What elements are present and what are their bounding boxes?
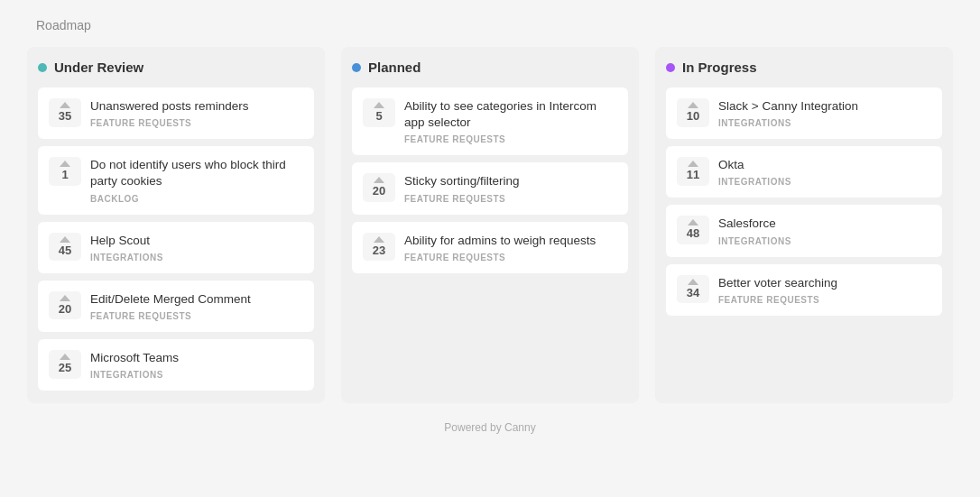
vote-box-under-review-0[interactable]: 35 (49, 98, 81, 127)
upvote-arrow-in-progress-0[interactable] (688, 102, 698, 108)
column-title-in-progress: In Progress (682, 60, 757, 75)
card-in-progress-0[interactable]: 10Slack > Canny IntegrationINTEGRATIONS (666, 87, 942, 139)
card-tag-under-review-2: INTEGRATIONS (90, 253, 303, 262)
status-dot-in-progress (666, 63, 675, 72)
vote-count-under-review-4: 25 (59, 361, 71, 375)
card-title-under-review-4: Microsoft Teams (90, 350, 303, 366)
card-tag-planned-2: FEATURE REQUESTS (404, 253, 617, 262)
card-content-under-review-2: Help ScoutINTEGRATIONS (90, 233, 303, 262)
upvote-arrow-in-progress-2[interactable] (688, 219, 698, 225)
upvote-arrow-in-progress-1[interactable] (688, 161, 698, 167)
card-title-planned-1: Sticky sorting/filtering (404, 173, 617, 189)
card-title-planned-2: Ability for admins to weigh requests (404, 233, 617, 249)
column-title-planned: Planned (368, 60, 421, 75)
vote-box-under-review-1[interactable]: 1 (49, 157, 81, 186)
vote-box-under-review-4[interactable]: 25 (49, 350, 81, 379)
upvote-arrow-under-review-4[interactable] (60, 354, 70, 360)
vote-count-in-progress-3: 34 (687, 286, 699, 300)
vote-box-in-progress-3[interactable]: 34 (677, 275, 709, 304)
card-content-planned-2: Ability for admins to weigh requestsFEAT… (404, 233, 617, 262)
card-content-in-progress-0: Slack > Canny IntegrationINTEGRATIONS (718, 98, 931, 128)
card-title-under-review-2: Help Scout (90, 233, 303, 249)
vote-box-planned-1[interactable]: 20 (363, 173, 395, 202)
column-header-planned: Planned (352, 60, 628, 75)
card-in-progress-1[interactable]: 11OktaINTEGRATIONS (666, 146, 942, 198)
roadmap-columns: Under Review35Unanswered posts reminders… (27, 47, 953, 403)
card-content-planned-0: Ability to see categories in Intercom ap… (404, 98, 617, 144)
card-tag-in-progress-2: INTEGRATIONS (718, 236, 931, 246)
upvote-arrow-under-review-0[interactable] (60, 102, 70, 108)
card-title-under-review-0: Unanswered posts reminders (90, 98, 303, 115)
card-content-planned-1: Sticky sorting/filteringFEATURE REQUESTS (404, 173, 617, 203)
vote-box-planned-0[interactable]: 5 (363, 98, 395, 127)
upvote-arrow-under-review-2[interactable] (60, 236, 70, 243)
vote-count-planned-1: 20 (373, 184, 385, 198)
column-header-under-review: Under Review (38, 60, 314, 75)
card-under-review-1[interactable]: 1Do not identify users who block third p… (38, 146, 314, 214)
vote-count-under-review-2: 45 (59, 244, 71, 258)
card-content-under-review-0: Unanswered posts remindersFEATURE REQUES… (90, 98, 303, 128)
card-title-under-review-1: Do not identify users who block third pa… (90, 157, 303, 189)
vote-box-in-progress-2[interactable]: 48 (677, 216, 709, 244)
upvote-arrow-planned-0[interactable] (374, 102, 384, 108)
vote-count-under-review-0: 35 (59, 109, 71, 124)
card-content-under-review-1: Do not identify users who block third pa… (90, 157, 303, 203)
vote-box-under-review-2[interactable]: 45 (49, 233, 81, 262)
card-planned-2[interactable]: 23Ability for admins to weigh requestsFE… (352, 222, 628, 273)
vote-box-in-progress-1[interactable]: 11 (677, 157, 709, 186)
card-under-review-0[interactable]: 35Unanswered posts remindersFEATURE REQU… (38, 87, 314, 139)
card-tag-under-review-4: INTEGRATIONS (90, 370, 303, 380)
card-tag-in-progress-3: FEATURE REQUESTS (718, 295, 931, 305)
card-tag-under-review-3: FEATURE REQUESTS (90, 311, 303, 321)
card-title-planned-0: Ability to see categories in Intercom ap… (404, 98, 617, 131)
vote-count-in-progress-2: 48 (687, 226, 699, 241)
column-planned: Planned5Ability to see categories in Int… (341, 47, 639, 403)
vote-count-under-review-3: 20 (59, 302, 71, 317)
card-content-under-review-4: Microsoft TeamsINTEGRATIONS (90, 350, 303, 380)
card-planned-0[interactable]: 5Ability to see categories in Intercom a… (352, 87, 628, 155)
status-dot-planned (352, 63, 361, 72)
card-planned-1[interactable]: 20Sticky sorting/filteringFEATURE REQUES… (352, 162, 628, 214)
upvote-arrow-in-progress-3[interactable] (688, 279, 698, 285)
status-dot-under-review (38, 63, 47, 72)
footer: Powered by Canny (444, 421, 535, 434)
vote-count-under-review-1: 1 (61, 168, 68, 182)
column-under-review: Under Review35Unanswered posts reminders… (27, 47, 325, 403)
card-under-review-3[interactable]: 20Edit/Delete Merged CommentFEATURE REQU… (38, 281, 314, 332)
column-title-under-review: Under Review (54, 60, 143, 75)
card-title-under-review-3: Edit/Delete Merged Comment (90, 291, 303, 308)
vote-box-in-progress-0[interactable]: 10 (677, 98, 709, 127)
upvote-arrow-planned-2[interactable] (374, 236, 384, 243)
card-under-review-4[interactable]: 25Microsoft TeamsINTEGRATIONS (38, 339, 314, 391)
card-content-in-progress-1: OktaINTEGRATIONS (718, 157, 931, 187)
vote-count-planned-2: 23 (373, 244, 385, 258)
upvote-arrow-under-review-3[interactable] (60, 295, 70, 301)
vote-box-under-review-3[interactable]: 20 (49, 291, 81, 320)
vote-box-planned-2[interactable]: 23 (363, 233, 395, 262)
card-title-in-progress-0: Slack > Canny Integration (718, 98, 931, 115)
card-tag-planned-0: FEATURE REQUESTS (404, 134, 617, 144)
card-tag-planned-1: FEATURE REQUESTS (404, 194, 617, 204)
upvote-arrow-planned-1[interactable] (374, 177, 384, 183)
card-in-progress-2[interactable]: 48SalesforceINTEGRATIONS (666, 205, 942, 256)
card-title-in-progress-3: Better voter searching (718, 275, 931, 291)
card-tag-in-progress-1: INTEGRATIONS (718, 177, 931, 187)
card-tag-in-progress-0: INTEGRATIONS (718, 118, 931, 128)
page-title: Roadmap (36, 18, 91, 32)
column-in-progress: In Progress10Slack > Canny IntegrationIN… (655, 47, 953, 403)
card-in-progress-3[interactable]: 34Better voter searchingFEATURE REQUESTS (666, 264, 942, 316)
card-under-review-2[interactable]: 45Help ScoutINTEGRATIONS (38, 222, 314, 273)
upvote-arrow-under-review-1[interactable] (60, 161, 70, 167)
card-tag-under-review-0: FEATURE REQUESTS (90, 118, 303, 128)
card-tag-under-review-1: BACKLOG (90, 194, 303, 204)
vote-count-planned-0: 5 (375, 109, 382, 124)
vote-count-in-progress-1: 11 (687, 168, 699, 182)
column-header-in-progress: In Progress (666, 60, 942, 75)
card-title-in-progress-1: Okta (718, 157, 931, 173)
card-content-in-progress-3: Better voter searchingFEATURE REQUESTS (718, 275, 931, 305)
card-content-under-review-3: Edit/Delete Merged CommentFEATURE REQUES… (90, 291, 303, 321)
card-title-in-progress-2: Salesforce (718, 216, 931, 232)
vote-count-in-progress-0: 10 (687, 109, 699, 124)
card-content-in-progress-2: SalesforceINTEGRATIONS (718, 216, 931, 245)
